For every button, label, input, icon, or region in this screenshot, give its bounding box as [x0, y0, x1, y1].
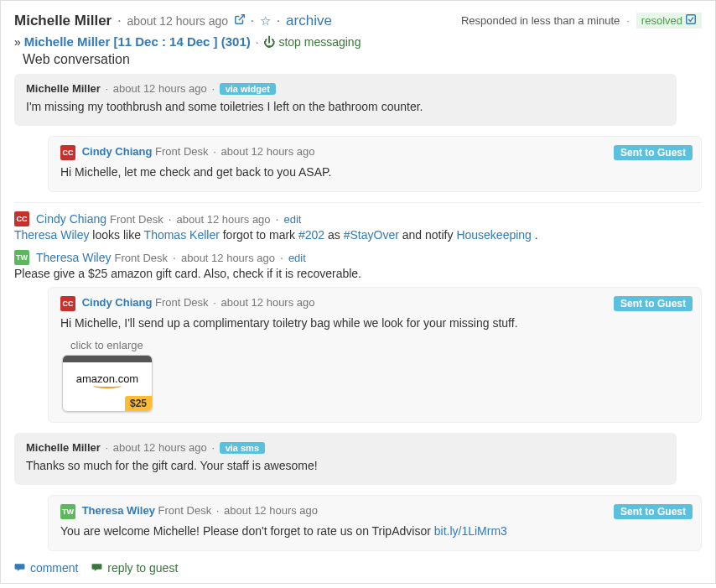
via-widget-badge: via widget: [220, 83, 276, 95]
tripadvisor-link[interactable]: bit.ly/1LiMrm3: [434, 524, 507, 538]
message-timestamp: about 12 hours ago: [224, 504, 318, 517]
header-right: Responded in less than a minute · resolv…: [461, 13, 702, 29]
header-left: Michelle Miller · about 12 hours ago · ☆…: [14, 13, 332, 29]
conversation-type-label: Web conversation: [23, 52, 702, 67]
message-timestamp: about 12 hours ago: [113, 441, 207, 454]
message-body: Hi Michelle, let me check and get back t…: [60, 164, 689, 181]
note-body: Theresa Wiley looks like Thomas Keller f…: [14, 228, 702, 242]
staff-message: Sent to Guest TW Theresa Wiley Front Des…: [48, 495, 702, 551]
svg-rect-1: [687, 15, 696, 24]
edit-link[interactable]: edit: [283, 213, 301, 226]
comment-button[interactable]: comment: [14, 561, 81, 575]
resolved-badge[interactable]: resolved: [636, 13, 702, 29]
message-body: You are welcome Michelle! Please don't f…: [60, 523, 689, 540]
note-author[interactable]: Cindy Chiang: [36, 212, 106, 226]
sent-to-guest-badge: Sent to Guest: [614, 145, 693, 160]
edit-link[interactable]: edit: [288, 252, 306, 264]
sent-to-guest-badge: Sent to Guest: [614, 504, 693, 519]
gift-card-attachment[interactable]: amazon.com $25: [62, 355, 153, 412]
message-author-role: Front Desk: [158, 504, 212, 517]
message-timestamp: about 12 hours ago: [113, 82, 207, 95]
message-actions: comment reply to guest: [14, 561, 702, 575]
staff-message: Sent to Guest CC Cindy Chiang Front Desk…: [48, 287, 702, 423]
message-author[interactable]: Theresa Wiley: [82, 504, 155, 517]
note-timestamp: about 12 hours ago: [177, 213, 271, 226]
message-author: Michelle Miller: [26, 82, 101, 95]
staff-message: Sent to Guest CC Cindy Chiang Front Desk…: [48, 136, 702, 192]
message-author-role: Front Desk: [155, 296, 209, 309]
mention-user[interactable]: Theresa Wiley: [14, 228, 89, 242]
message-author[interactable]: Cindy Chiang: [82, 296, 153, 309]
header-timestamp: about 12 hours ago: [127, 14, 228, 28]
booking-link[interactable]: Michelle Miller [11 Dec : 14 Dec ] (301): [24, 34, 251, 49]
click-to-enlarge-label: click to enlarge: [70, 339, 689, 351]
stop-messaging-link[interactable]: stop messaging: [278, 35, 361, 49]
star-icon[interactable]: ☆: [260, 13, 271, 28]
mention-team[interactable]: Housekeeping: [456, 228, 532, 242]
note-timestamp: about 12 hours ago: [181, 252, 275, 264]
avatar-tw: TW: [60, 504, 75, 519]
message-author[interactable]: Cindy Chiang: [82, 145, 153, 158]
gift-card-price: $25: [125, 396, 152, 411]
breadcrumb-arrow: »: [14, 35, 24, 49]
internal-note: CC Cindy Chiang Front Desk · about 12 ho…: [14, 211, 702, 242]
note-body: Please give a $25 amazon gift card. Also…: [14, 267, 702, 280]
comment-icon: [14, 561, 29, 575]
reply-icon: [91, 561, 106, 575]
guest-message: Michelle Miller · about 12 hours ago · v…: [14, 433, 677, 485]
archive-link[interactable]: archive: [286, 13, 332, 29]
avatar-cc: CC: [14, 211, 29, 226]
message-body: Hi Michelle, I'll send up a complimentar…: [60, 315, 689, 332]
check-icon: [685, 13, 697, 28]
room-link[interactable]: #202: [298, 228, 324, 242]
svg-line-0: [239, 15, 244, 20]
external-link-icon[interactable]: [234, 15, 249, 28]
message-timestamp: about 12 hours ago: [221, 145, 314, 158]
avatar-tw: TW: [14, 250, 29, 265]
internal-note: TW Theresa Wiley Front Desk · about 12 h…: [14, 250, 702, 280]
reply-to-guest-button[interactable]: reply to guest: [91, 561, 178, 575]
guest-name: Michelle Miller: [14, 13, 112, 29]
message-body: Thanks so much for the gift card. Your s…: [26, 457, 665, 475]
response-time-text: Responded in less than a minute: [461, 14, 620, 27]
divider: [14, 202, 702, 203]
mention-user[interactable]: Thomas Keller: [144, 228, 220, 242]
avatar-cc: CC: [60, 296, 75, 311]
message-timestamp: about 12 hours ago: [221, 296, 314, 309]
sent-to-guest-badge: Sent to Guest: [614, 296, 693, 311]
booking-subheader: » Michelle Miller [11 Dec : 14 Dec ] (30…: [14, 34, 702, 49]
conversation-panel: Michelle Miller · about 12 hours ago · ☆…: [0, 0, 716, 584]
power-icon: ⏻: [263, 35, 275, 49]
note-author-role: Front Desk: [110, 213, 163, 226]
note-author-role: Front Desk: [114, 252, 168, 264]
gift-card-logo: amazon.com: [63, 372, 152, 385]
conversation-header: Michelle Miller · about 12 hours ago · ☆…: [14, 13, 702, 29]
via-sms-badge: via sms: [220, 442, 265, 454]
message-body: I'm missing my toothbrush and some toile…: [26, 98, 665, 116]
message-author: Michelle Miller: [26, 441, 101, 454]
avatar-cc: CC: [60, 145, 75, 160]
guest-message: Michelle Miller · about 12 hours ago · v…: [14, 74, 677, 126]
note-author[interactable]: Theresa Wiley: [36, 251, 111, 264]
message-author-role: Front Desk: [155, 145, 209, 158]
hashtag-link[interactable]: #StayOver: [344, 228, 399, 242]
